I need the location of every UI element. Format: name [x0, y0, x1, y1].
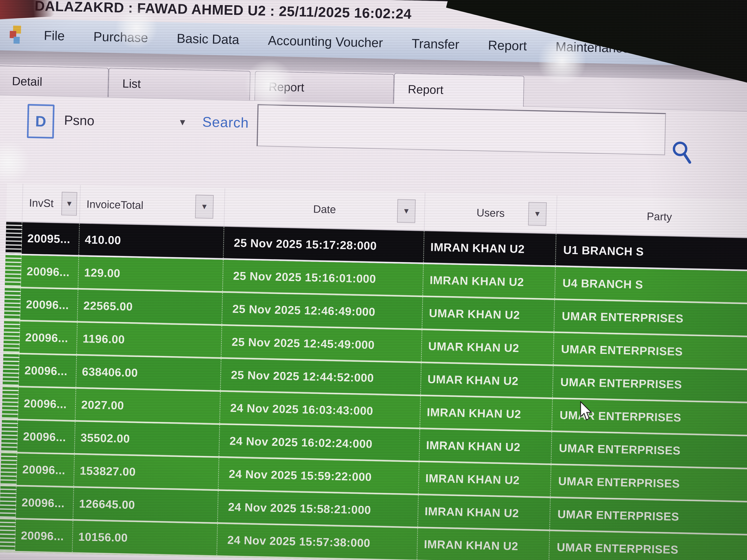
- row-selector-cell[interactable]: [1, 420, 18, 452]
- cell-date: 24 Nov 2025 16:02:24:000: [219, 425, 420, 460]
- row-selector-cell[interactable]: [2, 387, 19, 419]
- menu-item[interactable]: Transfer: [412, 36, 460, 52]
- cell-party: UMAR ENTERPRISES: [554, 300, 747, 336]
- tab-label: List: [122, 77, 141, 90]
- row-selector-cell[interactable]: [5, 222, 22, 254]
- cell-party: U4 BRANCH S: [555, 267, 747, 303]
- search-input[interactable]: [257, 104, 666, 155]
- cell-invoicetotal: 10156.00: [73, 521, 218, 555]
- cell-date: 25 Nov 2025 12:45:49:000: [222, 326, 422, 362]
- content-panel: D Psno ▾ Search InvSt ▼: [0, 95, 747, 560]
- row-selector-cell[interactable]: [3, 321, 20, 353]
- cell-user: IMRAN KHAN U2: [424, 231, 557, 265]
- cell-invst: 20096...: [17, 453, 75, 486]
- column-label: Party: [647, 210, 672, 223]
- filter-dropdown-icon[interactable]: ▼: [528, 202, 547, 226]
- menu-item[interactable]: Report: [488, 38, 527, 53]
- tab-label: Report: [268, 80, 304, 94]
- menu-item[interactable]: Basic Data: [177, 31, 239, 47]
- cell-date: 25 Nov 2025 12:46:49:000: [222, 293, 423, 328]
- column-label: Users: [476, 206, 505, 219]
- screen-photo: DALAZAKRD : FAWAD AHMED U2 : 25/11/2025 …: [0, 0, 747, 560]
- cell-invoicetotal: 410.00: [79, 224, 225, 258]
- row-selector-cell[interactable]: [0, 519, 16, 551]
- tab[interactable]: Report: [393, 73, 524, 107]
- cell-user: IMRAN KHAN U2: [419, 429, 552, 463]
- cell-invst: 20096...: [21, 256, 79, 288]
- cell-invoicetotal: 126645.00: [73, 488, 218, 522]
- app-icon-block: [14, 36, 20, 44]
- row-selector-cell[interactable]: [3, 354, 20, 386]
- invoice-grid: InvSt ▼ InvoiceTotal ▼ Date ▼ Users ▼: [0, 183, 747, 560]
- filter-dropdown-icon[interactable]: ▼: [61, 192, 77, 216]
- row-selector-header: [6, 183, 23, 221]
- cell-user: IMRAN KHAN U2: [423, 264, 556, 298]
- app-icon: [9, 26, 23, 44]
- cell-date: 25 Nov 2025 15:17:28:000: [224, 227, 424, 262]
- cell-invoicetotal: 638406.00: [76, 356, 222, 391]
- cell-user: IMRAN KHAN U2: [419, 462, 551, 497]
- cell-invoicetotal: 2027.00: [76, 389, 221, 423]
- row-selector-cell[interactable]: [1, 453, 18, 485]
- row-selector-cell[interactable]: [4, 288, 21, 320]
- menu-item[interactable]: File: [44, 28, 65, 43]
- column-label: InvoiceTotal: [80, 197, 144, 211]
- window-title: DALAZAKRD : FAWAD AHMED U2 : 25/11/2025 …: [0, 0, 412, 22]
- cell-invst: 20095...: [22, 222, 80, 255]
- cell-invoicetotal: 22565.00: [78, 290, 223, 324]
- tab[interactable]: Report: [254, 71, 394, 104]
- chevron-down-icon[interactable]: ▾: [180, 116, 185, 128]
- cell-user: IMRAN KHAN U2: [417, 528, 550, 560]
- tab-label: Report: [408, 82, 443, 97]
- tab[interactable]: Detail: [0, 65, 109, 98]
- cell-party: UMAR ENTERPRISES: [551, 432, 747, 468]
- cell-invst: 20096...: [18, 388, 76, 420]
- cell-party: UMAR ENTERPRISES: [553, 366, 747, 402]
- cell-party: UMAR ENTERPRISES: [550, 498, 747, 534]
- cell-party: UMAR ENTERPRISES: [549, 531, 747, 560]
- column-header-invoicetotal[interactable]: InvoiceTotal ▼: [80, 185, 225, 226]
- monitor-bezel-reflection: [0, 0, 54, 20]
- cell-date: 24 Nov 2025 15:58:21:000: [218, 491, 419, 527]
- cell-invoicetotal: 153827.00: [74, 455, 219, 489]
- mouse-cursor: [580, 401, 594, 422]
- column-header-party[interactable]: Party: [557, 195, 747, 238]
- filter-dropdown-icon[interactable]: ▼: [195, 194, 214, 218]
- cell-user: UMAR KHAN U2: [422, 330, 554, 364]
- row-selector-cell[interactable]: [5, 255, 22, 287]
- filter-dropdown-icon[interactable]: ▼: [397, 199, 416, 223]
- column-header-users[interactable]: Users ▼: [424, 193, 557, 233]
- cell-invoicetotal: 1196.00: [77, 323, 222, 357]
- search-icon[interactable]: [671, 140, 693, 164]
- cell-invst: 20096...: [16, 486, 74, 519]
- search-label: Search: [202, 114, 249, 131]
- cell-invst: 20096...: [20, 288, 78, 321]
- tab[interactable]: List: [108, 68, 251, 101]
- cell-user: IMRAN KHAN U2: [420, 396, 553, 430]
- cell-invst: 20096...: [20, 321, 78, 354]
- cell-party: UMAR ENTERPRISES: [551, 465, 747, 501]
- column-header-invst[interactable]: InvSt ▼: [22, 184, 81, 223]
- cell-user: UMAR KHAN U2: [422, 297, 555, 331]
- cell-party: U1 BRANCH S: [556, 234, 747, 270]
- menu-item[interactable]: Accounting Voucher: [268, 33, 383, 50]
- tab-label: Detail: [12, 74, 42, 88]
- cell-date: 25 Nov 2025 12:44:52:000: [221, 359, 422, 395]
- application-window: DALAZAKRD : FAWAD AHMED U2 : 25/11/2025 …: [0, 0, 747, 560]
- cell-invst: 20096...: [15, 519, 73, 552]
- cell-user: UMAR KHAN U2: [421, 363, 553, 397]
- detail-toggle-button[interactable]: D: [27, 104, 55, 138]
- cell-user: IMRAN KHAN U2: [418, 495, 551, 530]
- cell-invst: 20096...: [19, 354, 77, 387]
- detail-toggle-label: D: [35, 112, 46, 130]
- cell-invoicetotal: 129.00: [78, 257, 224, 291]
- menu-item[interactable]: Purchase: [93, 29, 148, 45]
- search-field-selector[interactable]: Psno: [64, 112, 95, 129]
- cell-date: 25 Nov 2025 15:16:01:000: [223, 260, 424, 295]
- column-label: Date: [313, 203, 336, 216]
- row-selector-cell[interactable]: [0, 486, 17, 518]
- column-header-date[interactable]: Date ▼: [224, 188, 425, 230]
- cell-party: UMAR ENTERPRISES: [553, 333, 747, 369]
- cell-date: 24 Nov 2025 15:57:38:000: [217, 524, 418, 560]
- cell-date: 24 Nov 2025 16:03:43:000: [220, 392, 421, 428]
